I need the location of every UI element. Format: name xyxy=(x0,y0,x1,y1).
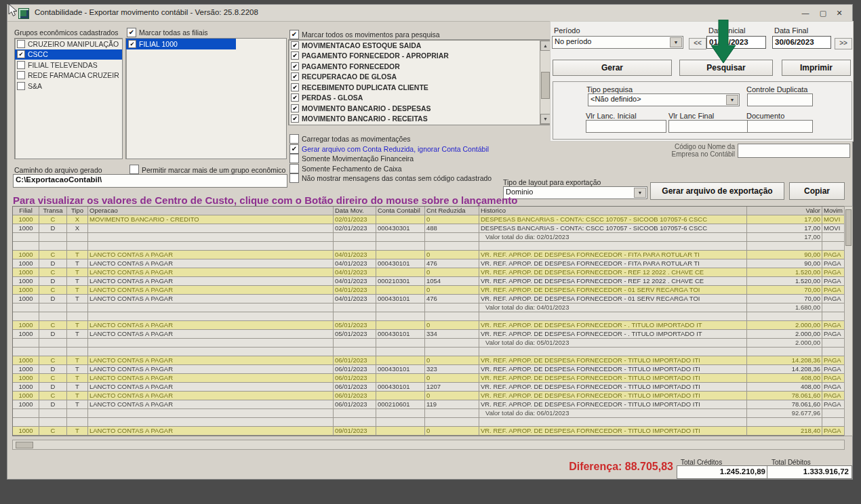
table-row[interactable] xyxy=(13,242,844,251)
column-header: Operacao xyxy=(88,207,334,215)
table-row[interactable]: 1000 C T LANCTO CONTAS A PAGAR 04/01/202… xyxy=(13,286,844,295)
option-label: Gerar arquivo com Conta Reduzida, ignora… xyxy=(302,145,489,153)
table-row[interactable] xyxy=(13,348,844,356)
table-row[interactable]: 1000 D T LANCTO CONTAS A PAGAR 06/01/202… xyxy=(13,400,844,409)
checkbox-icon[interactable]: ✔ xyxy=(289,134,299,144)
movimento-item[interactable]: ✔ RECEBIMENTO DUPLICATA CLIENTE xyxy=(289,82,541,93)
group-item[interactable]: ✔ CSCC xyxy=(15,49,122,60)
group-item[interactable]: ✔ CRUZEIRO MANIPULAÇÃO xyxy=(15,39,122,49)
caminho-input[interactable]: C:\ExportacaoContabil\ xyxy=(13,174,287,188)
scrollbar-thumb[interactable] xyxy=(541,72,550,99)
table-row[interactable] xyxy=(13,312,844,321)
checkbox-icon[interactable]: ✔ xyxy=(291,62,299,70)
table-row[interactable]: Valor total do dia: 05/01/2023 2.000,00 xyxy=(13,339,844,348)
group-item[interactable]: ✔ REDE FARMACIA CRUZEIR xyxy=(15,70,122,81)
checkbox-icon[interactable]: ✔ xyxy=(289,173,299,183)
imprimir-button[interactable]: Imprimir xyxy=(782,60,851,76)
movimentos-checkbox[interactable]: ✔ xyxy=(289,30,299,39)
movimento-item[interactable]: ✔ RECUPERACAO DE GLOSA xyxy=(289,72,541,83)
table-row[interactable]: 1000 D T LANCTO CONTAS A PAGAR 04/01/202… xyxy=(13,295,844,303)
minimize-button[interactable]: — xyxy=(799,7,812,18)
table-row[interactable]: 1000 D T LANCTO CONTAS A PAGAR 06/01/202… xyxy=(13,365,844,374)
chevron-down-icon[interactable]: ▼ xyxy=(670,37,682,47)
desktop: { "window": { "title": "Contabilidade - … xyxy=(0,0,861,504)
hscrollbar-thumb[interactable] xyxy=(16,442,33,448)
checkbox-icon[interactable]: ✔ xyxy=(128,40,136,48)
table-row[interactable]: Valor total do dia: 06/01/2023 92.677,96 xyxy=(13,409,844,418)
checkbox-icon[interactable]: ✔ xyxy=(17,82,25,90)
movimento-item[interactable]: ✔ PAGAMENTO FORNECEDOR xyxy=(289,61,541,72)
table-row[interactable]: Valor total do dia: 04/01/2023 1.680,00 xyxy=(13,303,844,312)
table-row[interactable]: 1000 C T LANCTO CONTAS A PAGAR 06/01/202… xyxy=(13,374,844,383)
checkbox-icon[interactable]: ✔ xyxy=(291,51,299,60)
periodo-combo[interactable]: No período ▼ xyxy=(552,36,683,49)
gerar-arquivo-exportacao-button[interactable]: Gerar arquivo de exportação xyxy=(650,182,784,200)
copiar-button[interactable]: Copiar xyxy=(789,182,845,200)
previous-period-button[interactable]: << xyxy=(689,38,706,49)
table-row[interactable]: 1000 C T LANCTO CONTAS A PAGAR 06/01/202… xyxy=(13,356,844,365)
checkbox-icon[interactable]: ✔ xyxy=(291,72,299,81)
gerar-button[interactable]: Gerar xyxy=(553,60,672,76)
checkbox-icon[interactable]: ✔ xyxy=(289,144,299,154)
vlr-lanc-inicial-input[interactable] xyxy=(586,120,666,133)
checkbox-icon[interactable]: ✔ xyxy=(289,164,299,173)
movimento-item[interactable]: ✔ MOVIMENTO BANCARIO - DESPESAS xyxy=(289,103,541,114)
table-row[interactable]: 1000 D T LANCTO CONTAS A PAGAR 05/01/202… xyxy=(13,330,844,339)
checkbox-icon[interactable]: ✔ xyxy=(17,61,25,69)
groups-listbox[interactable]: ✔ CRUZEIRO MANIPULAÇÃO ✔ CSCC ✔ FILIAL T… xyxy=(14,38,123,159)
table-row[interactable]: 1000 D T LANCTO CONTAS A PAGAR 06/01/202… xyxy=(13,383,844,392)
table-row[interactable]: 1000 C T LANCTO CONTAS A PAGAR 06/01/202… xyxy=(13,392,844,400)
table-row[interactable]: 1000 D T LANCTO CONTAS A PAGAR 04/01/202… xyxy=(13,259,844,268)
filial-item[interactable]: ✔ FILIAL 1000 xyxy=(126,39,286,49)
tipo-pesquisa-combo[interactable]: <Não definido> ▼ xyxy=(588,93,740,106)
movimento-item[interactable]: ✔ PERDAS - GLOSA xyxy=(289,93,541,104)
movimento-item[interactable]: ✔ PAGAMENTO FORNECEDOR - APROPRIAR xyxy=(289,51,541,62)
maximize-button[interactable]: ▢ xyxy=(817,7,829,18)
chevron-down-icon[interactable]: ▼ xyxy=(634,188,646,198)
movimento-item-label: PAGAMENTO FORNECEDOR - APROPRIAR xyxy=(302,51,449,60)
movimento-item[interactable]: ✔ MOVIMENTACAO ESTOQUE SAIDA xyxy=(289,40,541,51)
movimento-item-label: PAGAMENTO FORNECEDOR xyxy=(302,62,400,70)
table-row[interactable]: 1000 C X MOVIMENTO BANCARIO - CREDITO 02… xyxy=(13,215,844,224)
controle-duplicata-input[interactable] xyxy=(747,93,813,106)
checkbox-icon[interactable]: ✔ xyxy=(291,41,299,49)
checkbox-icon[interactable]: ✔ xyxy=(17,71,25,79)
filiais-checkbox[interactable]: ✔ xyxy=(127,28,136,37)
table-row[interactable] xyxy=(13,418,844,427)
permitir-checkbox[interactable] xyxy=(129,165,139,174)
table-row[interactable]: 1000 C T LANCTO CONTAS A PAGAR 04/01/202… xyxy=(13,251,844,259)
checkbox-icon[interactable]: ✔ xyxy=(289,154,299,163)
close-button[interactable]: ✕ xyxy=(833,7,845,18)
movimento-item-label: RECEBIMENTO DUPLICATA CLIENTE xyxy=(302,83,428,91)
table-hscrollbar[interactable] xyxy=(12,440,845,450)
group-item[interactable]: ✔ FILIAL TELEVENDAS xyxy=(15,60,122,70)
next-period-button[interactable]: >> xyxy=(835,38,852,49)
scroll-down-icon[interactable]: ▼ xyxy=(540,114,550,124)
empresa-input[interactable] xyxy=(738,144,850,158)
chevron-down-icon[interactable]: ▼ xyxy=(726,95,738,105)
vlr-lanc-final-input[interactable] xyxy=(668,120,749,133)
table-row[interactable]: 1000 D X 02/01/2023 000430301 488 DESPES… xyxy=(13,224,844,233)
scroll-up-icon[interactable]: ▲ xyxy=(540,41,550,51)
table-row[interactable]: 1000 C T LANCTO CONTAS A PAGAR 04/01/202… xyxy=(13,268,844,277)
table-row[interactable]: Valor total do dia: 02/01/2023 17,00 xyxy=(13,233,844,242)
checkbox-icon[interactable]: ✔ xyxy=(291,114,299,123)
checkbox-icon[interactable]: ✔ xyxy=(291,104,299,112)
table-row[interactable]: 1000 C T LANCTO CONTAS A PAGAR 05/01/202… xyxy=(13,321,844,330)
filiais-listbox[interactable]: ✔ FILIAL 1000 xyxy=(125,38,287,159)
movimento-item[interactable]: ✔ MOVIMENTO BANCARIO - RECEITAS xyxy=(289,114,541,125)
layout-combo[interactable]: Dominio ▼ xyxy=(503,186,647,199)
documento-input[interactable] xyxy=(747,120,813,133)
group-item[interactable]: ✔ S&A xyxy=(15,81,122,91)
table-row[interactable]: 1000 D T LANCTO CONTAS A PAGAR 04/01/202… xyxy=(13,277,844,286)
checkbox-icon[interactable]: ✔ xyxy=(291,83,299,91)
data-final-input[interactable]: 30/06/2023 xyxy=(772,36,831,49)
checkbox-icon[interactable]: ✔ xyxy=(291,93,299,102)
column-header: Tipo xyxy=(67,207,88,215)
checkbox-icon[interactable]: ✔ xyxy=(17,50,25,58)
checkbox-icon[interactable]: ✔ xyxy=(17,40,25,48)
table-vscrollbar[interactable] xyxy=(844,206,853,436)
vscrollbar-thumb[interactable] xyxy=(845,209,852,246)
table-row[interactable]: 1000 C T LANCTO CONTAS A PAGAR 09/01/202… xyxy=(13,427,844,436)
movimentos-listbox[interactable]: ✔ MOVIMENTACAO ESTOQUE SAIDA ✔ PAGAMENTO… xyxy=(288,39,552,125)
